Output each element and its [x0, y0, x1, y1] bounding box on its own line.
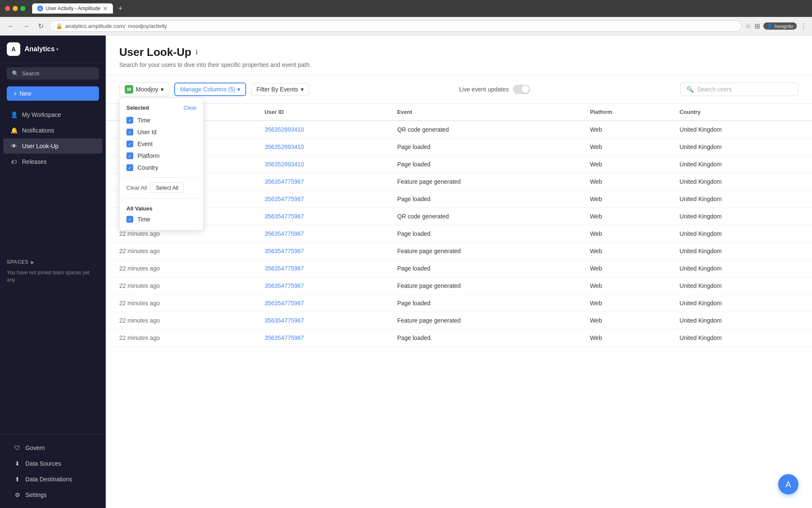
browser-tab[interactable]: A User Activity - Amplitude ✕ — [32, 3, 113, 14]
manage-columns-button[interactable]: Manage Columns (5) ▾ — [174, 83, 246, 96]
search-box[interactable]: 🔍 Search — [7, 67, 99, 80]
search-label: Search — [22, 70, 39, 77]
sidebar-search-section: 🔍 Search — [0, 63, 106, 84]
cell-country: United Kingdom — [673, 260, 812, 277]
cell-event: Feature page generated — [390, 312, 583, 329]
address-prefix: analytics.amplitude.com/ — [65, 23, 125, 29]
table-row: 22 minutes ago 356354775967 Feature page… — [106, 277, 812, 295]
manage-columns-dropdown: Selected Clear ✓ Time ✓ User Id ✓ Event … — [119, 97, 204, 231]
userid-checkbox[interactable]: ✓ — [126, 129, 133, 135]
search-users-icon: 🔍 — [686, 86, 694, 93]
new-tab-button[interactable]: + — [118, 4, 123, 13]
forward-button[interactable]: → — [20, 21, 32, 32]
all-time-checkbox[interactable]: ✓ — [126, 216, 133, 223]
user-id-link[interactable]: 356352893410 — [264, 126, 304, 133]
cell-country: United Kingdom — [673, 329, 812, 347]
dropdown-col-platform[interactable]: ✓ Platform — [120, 150, 203, 162]
maximize-button[interactable] — [20, 6, 25, 11]
cell-country: United Kingdom — [673, 243, 812, 260]
address-path: moodjoy/activity — [128, 23, 167, 29]
tab-close-button[interactable]: ✕ — [103, 5, 108, 12]
table-row: 356352893410 Page loaded Web United King… — [106, 156, 812, 173]
all-values-label: All Values — [120, 202, 203, 213]
dropdown-col-country[interactable]: ✓ Country — [120, 162, 203, 174]
sidebar-item-settings[interactable]: ⚙ Settings — [7, 487, 99, 502]
platform-checkbox[interactable]: ✓ — [126, 152, 133, 159]
cell-country: United Kingdom — [673, 208, 812, 225]
reload-button[interactable]: ↻ — [36, 20, 46, 32]
lock-icon: 🔒 — [56, 23, 63, 29]
upload-icon: ⬆ — [14, 475, 21, 483]
clear-all-button[interactable]: Clear All — [126, 182, 147, 193]
sidebar-item-user-lookup[interactable]: 👁 User Look-Up — [3, 138, 102, 154]
bell-icon: 🔔 — [10, 127, 18, 134]
cell-userid: 356354775967 — [258, 260, 390, 277]
data-table-container: Time User ID Event Platform Country 3563… — [106, 104, 812, 347]
search-users-input[interactable]: 🔍 Search users — [680, 83, 798, 96]
selected-label: Selected — [126, 105, 149, 111]
sidebar-item-data-sources[interactable]: ⬇ Data Sources — [7, 456, 99, 471]
cell-time: 22 minutes ago — [106, 312, 258, 329]
cell-userid: 356354775967 — [258, 329, 390, 347]
dropdown-all-time[interactable]: ✓ Time — [120, 213, 203, 225]
user-id-link[interactable]: 356354775967 — [264, 282, 304, 289]
user-id-link[interactable]: 356352893410 — [264, 161, 304, 168]
user-id-link[interactable]: 356354775967 — [264, 178, 304, 185]
cell-event: QR code generated — [390, 121, 583, 138]
spaces-empty-message: You have not joined team spaces yet any — [7, 269, 99, 284]
user-id-link[interactable]: 356354775967 — [264, 230, 304, 237]
spaces-header[interactable]: SPACES ▶ — [7, 259, 99, 265]
dropdown-col-userid[interactable]: ✓ User Id — [120, 126, 203, 138]
col-header-userid: User ID — [258, 104, 390, 121]
user-id-link[interactable]: 356354775967 — [264, 334, 304, 341]
user-id-link[interactable]: 356354775967 — [264, 248, 304, 254]
sidebar-item-govern[interactable]: 🛡 Govern — [7, 440, 99, 456]
country-checkbox[interactable]: ✓ — [126, 164, 133, 171]
cell-platform: Web — [583, 208, 673, 225]
star-icon[interactable]: ☆ — [745, 22, 751, 30]
user-id-link[interactable]: 356354775967 — [264, 265, 304, 272]
cell-platform: Web — [583, 173, 673, 190]
tag-icon: 🏷 — [10, 158, 18, 166]
sidebar-item-releases[interactable]: 🏷 Releases — [3, 154, 102, 169]
cell-event: Page loaded — [390, 190, 583, 208]
dropdown-divider-2 — [120, 198, 203, 199]
download-icon: ⬇ — [14, 460, 21, 467]
user-id-link[interactable]: 356354775967 — [264, 317, 304, 324]
time-checkbox[interactable]: ✓ — [126, 117, 133, 124]
sidebar-item-my-workspace[interactable]: 👤 My Workspace — [3, 107, 102, 122]
user-id-link[interactable]: 356354775967 — [264, 196, 304, 202]
clear-selected-button[interactable]: Clear — [184, 105, 197, 111]
dropdown-col-event[interactable]: ✓ Event — [120, 138, 203, 150]
cell-country: United Kingdom — [673, 173, 812, 190]
user-id-link[interactable]: 356354775967 — [264, 300, 304, 306]
live-updates-toggle[interactable] — [513, 85, 530, 94]
cell-platform: Web — [583, 277, 673, 295]
event-checkbox[interactable]: ✓ — [126, 141, 133, 147]
chat-button[interactable]: A — [778, 474, 798, 494]
table-row: 356354775967 Page loaded Web United King… — [106, 190, 812, 208]
menu-icon[interactable]: ⋮ — [800, 22, 807, 30]
new-button[interactable]: + New — [7, 86, 99, 101]
close-button[interactable] — [5, 6, 10, 11]
sidebar-item-data-destinations[interactable]: ⬆ Data Destinations — [7, 472, 99, 487]
search-users-container: 🔍 Search users — [680, 83, 798, 96]
minimize-button[interactable] — [13, 6, 18, 11]
app-title[interactable]: Analytics ▾ — [25, 45, 58, 53]
sidebar-item-notifications[interactable]: 🔔 Notifications — [3, 123, 102, 138]
info-icon[interactable]: ℹ — [195, 48, 198, 56]
select-all-button[interactable]: Select All — [150, 182, 184, 193]
project-dropdown-icon: ▾ — [161, 86, 164, 93]
project-selector[interactable]: M Moodjoy ▾ — [119, 82, 169, 97]
grid-icon[interactable]: ⊞ — [754, 22, 760, 30]
live-updates-label: Live event updates — [459, 86, 509, 93]
search-users-placeholder: Search users — [697, 86, 732, 93]
table-row: 22 minutes ago 356354775967 Page loaded … — [106, 260, 812, 277]
back-button[interactable]: ← — [5, 21, 17, 32]
cell-platform: Web — [583, 190, 673, 208]
dropdown-col-time[interactable]: ✓ Time — [120, 114, 203, 126]
address-bar[interactable]: 🔒 analytics.amplitude.com/moodjoy/activi… — [49, 20, 742, 32]
user-id-link[interactable]: 356352893410 — [264, 144, 304, 150]
user-id-link[interactable]: 356354775967 — [264, 213, 304, 220]
filter-by-events-button[interactable]: Filter By Events ▾ — [251, 83, 309, 96]
